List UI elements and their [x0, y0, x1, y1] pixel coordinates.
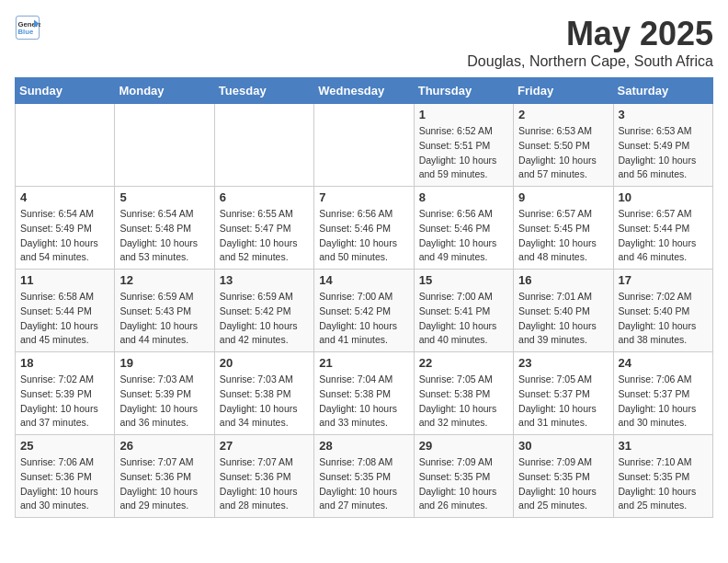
calendar-cell: 28Sunrise: 7:08 AMSunset: 5:35 PMDayligh… — [314, 435, 414, 518]
day-info: Sunrise: 7:06 AMSunset: 5:36 PMDaylight:… — [20, 455, 109, 513]
day-info: Sunrise: 7:03 AMSunset: 5:38 PMDaylight:… — [220, 373, 309, 431]
day-number: 24 — [619, 356, 708, 370]
calendar-cell: 27Sunrise: 7:07 AMSunset: 5:36 PMDayligh… — [214, 435, 313, 518]
weekday-header-thursday: Thursday — [414, 78, 513, 104]
day-info: Sunrise: 6:58 AMSunset: 5:44 PMDaylight:… — [20, 290, 109, 348]
day-number: 19 — [119, 356, 209, 370]
calendar-cell: 31Sunrise: 7:10 AMSunset: 5:35 PMDayligh… — [613, 435, 712, 518]
day-number: 3 — [619, 108, 708, 121]
day-info: Sunrise: 6:55 AMSunset: 5:47 PMDaylight:… — [220, 207, 309, 265]
day-info: Sunrise: 7:00 AMSunset: 5:41 PMDaylight:… — [419, 290, 508, 348]
day-info: Sunrise: 6:56 AMSunset: 5:46 PMDaylight:… — [419, 207, 508, 265]
calendar-cell: 5Sunrise: 6:54 AMSunset: 5:48 PMDaylight… — [115, 187, 214, 270]
day-info: Sunrise: 7:09 AMSunset: 5:35 PMDaylight:… — [419, 455, 508, 513]
weekday-header-friday: Friday — [514, 78, 613, 104]
day-number: 6 — [220, 190, 309, 204]
day-number: 1 — [419, 108, 508, 121]
day-info: Sunrise: 7:04 AMSunset: 5:38 PMDaylight:… — [319, 373, 408, 431]
day-number: 7 — [319, 190, 408, 204]
day-info: Sunrise: 7:10 AMSunset: 5:35 PMDaylight:… — [619, 455, 708, 513]
calendar-cell: 26Sunrise: 7:07 AMSunset: 5:36 PMDayligh… — [115, 435, 214, 518]
day-number: 4 — [20, 190, 109, 204]
calendar-week-row: 11Sunrise: 6:58 AMSunset: 5:44 PMDayligh… — [16, 270, 713, 352]
day-info: Sunrise: 6:53 AMSunset: 5:49 PMDaylight:… — [619, 124, 708, 182]
calendar-cell: 15Sunrise: 7:00 AMSunset: 5:41 PMDayligh… — [414, 270, 513, 352]
weekday-header-wednesday: Wednesday — [314, 78, 414, 104]
calendar-cell: 8Sunrise: 6:56 AMSunset: 5:46 PMDaylight… — [414, 187, 513, 270]
calendar-cell: 13Sunrise: 6:59 AMSunset: 5:42 PMDayligh… — [214, 270, 313, 352]
calendar-cell: 2Sunrise: 6:53 AMSunset: 5:50 PMDaylight… — [514, 104, 613, 187]
day-info: Sunrise: 6:57 AMSunset: 5:44 PMDaylight:… — [619, 207, 708, 265]
day-info: Sunrise: 7:06 AMSunset: 5:37 PMDaylight:… — [619, 373, 708, 431]
day-info: Sunrise: 7:03 AMSunset: 5:39 PMDaylight:… — [119, 373, 209, 431]
calendar-cell: 10Sunrise: 6:57 AMSunset: 5:44 PMDayligh… — [613, 187, 712, 270]
header: General Blue May 2025 Douglas, Northern … — [15, 15, 713, 70]
day-number: 18 — [20, 356, 109, 370]
calendar-cell: 9Sunrise: 6:57 AMSunset: 5:45 PMDaylight… — [514, 187, 613, 270]
day-number: 13 — [220, 273, 309, 287]
day-number: 21 — [319, 356, 408, 370]
day-number: 10 — [619, 190, 708, 204]
calendar-subtitle: Douglas, Northern Cape, South Africa — [467, 53, 713, 70]
calendar-cell — [314, 104, 414, 187]
calendar-cell: 29Sunrise: 7:09 AMSunset: 5:35 PMDayligh… — [414, 435, 513, 518]
day-number: 16 — [518, 273, 608, 287]
day-number: 8 — [419, 190, 508, 204]
day-number: 5 — [119, 190, 209, 204]
day-info: Sunrise: 6:53 AMSunset: 5:50 PMDaylight:… — [518, 124, 608, 182]
logo: General Blue — [15, 15, 40, 40]
calendar-cell — [115, 104, 214, 187]
day-info: Sunrise: 6:54 AMSunset: 5:49 PMDaylight:… — [20, 207, 109, 265]
day-info: Sunrise: 7:07 AMSunset: 5:36 PMDaylight:… — [119, 455, 209, 513]
calendar-header: SundayMondayTuesdayWednesdayThursdayFrid… — [16, 78, 713, 104]
calendar-cell: 21Sunrise: 7:04 AMSunset: 5:38 PMDayligh… — [314, 352, 414, 435]
calendar-table: SundayMondayTuesdayWednesdayThursdayFrid… — [15, 77, 713, 518]
calendar-cell — [214, 104, 313, 187]
calendar-week-row: 18Sunrise: 7:02 AMSunset: 5:39 PMDayligh… — [16, 352, 713, 435]
day-number: 26 — [119, 439, 209, 453]
weekday-header-row: SundayMondayTuesdayWednesdayThursdayFrid… — [16, 78, 713, 104]
svg-text:Blue: Blue — [18, 28, 34, 36]
day-number: 9 — [518, 190, 608, 204]
calendar-cell: 7Sunrise: 6:56 AMSunset: 5:46 PMDaylight… — [314, 187, 414, 270]
day-number: 22 — [419, 356, 508, 370]
calendar-cell: 6Sunrise: 6:55 AMSunset: 5:47 PMDaylight… — [214, 187, 313, 270]
day-info: Sunrise: 7:01 AMSunset: 5:40 PMDaylight:… — [518, 290, 608, 348]
day-info: Sunrise: 7:02 AMSunset: 5:40 PMDaylight:… — [619, 290, 708, 348]
day-info: Sunrise: 7:02 AMSunset: 5:39 PMDaylight:… — [20, 373, 109, 431]
day-info: Sunrise: 7:05 AMSunset: 5:38 PMDaylight:… — [419, 373, 508, 431]
day-number: 17 — [619, 273, 708, 287]
weekday-header-saturday: Saturday — [613, 78, 712, 104]
day-number: 30 — [518, 439, 608, 453]
calendar-body: 1Sunrise: 6:52 AMSunset: 5:51 PMDaylight… — [16, 104, 713, 518]
calendar-cell: 23Sunrise: 7:05 AMSunset: 5:37 PMDayligh… — [514, 352, 613, 435]
calendar-cell: 16Sunrise: 7:01 AMSunset: 5:40 PMDayligh… — [514, 270, 613, 352]
calendar-cell: 17Sunrise: 7:02 AMSunset: 5:40 PMDayligh… — [613, 270, 712, 352]
day-number: 20 — [220, 356, 309, 370]
day-number: 2 — [518, 108, 608, 121]
day-number: 27 — [220, 439, 309, 453]
day-info: Sunrise: 7:08 AMSunset: 5:35 PMDaylight:… — [319, 455, 408, 513]
calendar-cell: 18Sunrise: 7:02 AMSunset: 5:39 PMDayligh… — [16, 352, 115, 435]
calendar-cell: 1Sunrise: 6:52 AMSunset: 5:51 PMDaylight… — [414, 104, 513, 187]
calendar-cell: 19Sunrise: 7:03 AMSunset: 5:39 PMDayligh… — [115, 352, 214, 435]
day-info: Sunrise: 6:54 AMSunset: 5:48 PMDaylight:… — [119, 207, 209, 265]
day-number: 23 — [518, 356, 608, 370]
calendar-week-row: 25Sunrise: 7:06 AMSunset: 5:36 PMDayligh… — [16, 435, 713, 518]
day-info: Sunrise: 6:59 AMSunset: 5:42 PMDaylight:… — [220, 290, 309, 348]
calendar-cell: 25Sunrise: 7:06 AMSunset: 5:36 PMDayligh… — [16, 435, 115, 518]
calendar-cell: 22Sunrise: 7:05 AMSunset: 5:38 PMDayligh… — [414, 352, 513, 435]
day-info: Sunrise: 7:09 AMSunset: 5:35 PMDaylight:… — [518, 455, 608, 513]
day-number: 14 — [319, 273, 408, 287]
day-info: Sunrise: 7:05 AMSunset: 5:37 PMDaylight:… — [518, 373, 608, 431]
weekday-header-sunday: Sunday — [16, 78, 115, 104]
weekday-header-tuesday: Tuesday — [214, 78, 313, 104]
calendar-cell: 20Sunrise: 7:03 AMSunset: 5:38 PMDayligh… — [214, 352, 313, 435]
day-number: 28 — [319, 439, 408, 453]
calendar-cell — [16, 104, 115, 187]
calendar-week-row: 4Sunrise: 6:54 AMSunset: 5:49 PMDaylight… — [16, 187, 713, 270]
day-number: 11 — [20, 273, 109, 287]
calendar-cell: 12Sunrise: 6:59 AMSunset: 5:43 PMDayligh… — [115, 270, 214, 352]
calendar-cell: 24Sunrise: 7:06 AMSunset: 5:37 PMDayligh… — [613, 352, 712, 435]
day-number: 15 — [419, 273, 508, 287]
